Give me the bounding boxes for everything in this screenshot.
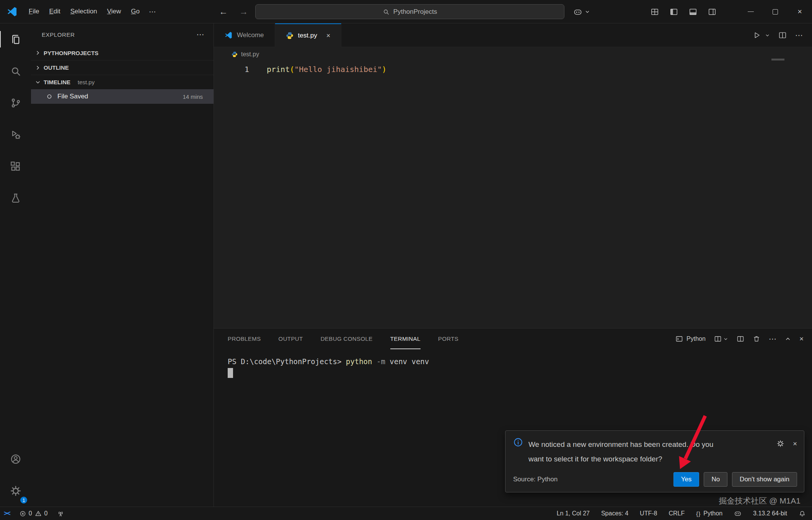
back-arrow-icon[interactable]: ←	[219, 7, 228, 17]
sidebar-more-actions-icon[interactable]: ⋯	[196, 30, 204, 39]
breadcrumb[interactable]: test.py	[214, 47, 812, 62]
run-dropdown-chevron-icon[interactable]	[765, 33, 770, 38]
close-icon: ×	[797, 7, 802, 16]
close-window-button[interactable]: ×	[788, 0, 812, 23]
activity-extensions-button[interactable]	[0, 150, 31, 182]
editor-more-actions-icon[interactable]: ⋯	[795, 31, 803, 40]
panel-header: PROBLEMS OUTPUT DEBUG CONSOLE TERMINAL P…	[214, 329, 812, 349]
chevron-right-icon	[35, 65, 41, 71]
tab-label: Welcome	[237, 31, 264, 39]
account-icon	[10, 453, 21, 465]
section-outline[interactable]: OUTLINE	[31, 60, 214, 75]
tab-label: test.py	[298, 32, 317, 39]
copilot-status-icon[interactable]	[734, 510, 742, 517]
activity-explorer-button[interactable]	[0, 23, 31, 55]
panel-tab-terminal[interactable]: TERMINAL	[390, 329, 421, 349]
menu-bar: File Edit Selection View Go ⋯	[24, 5, 160, 19]
activity-bar: 1	[0, 23, 31, 507]
error-icon	[20, 510, 26, 517]
terminal-instance-item[interactable]: Python	[675, 335, 706, 343]
menu-edit[interactable]: Edit	[44, 5, 65, 18]
sidebar-header: EXPLORER ⋯	[31, 23, 214, 46]
activity-search-button[interactable]	[0, 55, 31, 87]
settings-badge: 1	[20, 496, 28, 504]
panel-tab-problems[interactable]: PROBLEMS	[228, 329, 261, 349]
toggle-primary-sidebar-icon[interactable]	[670, 8, 678, 16]
terminal-actions: Python ⋯ ×	[675, 334, 804, 343]
run-debug-icon	[10, 129, 21, 141]
command-center-search[interactable]: PythonProjects	[255, 4, 564, 19]
watermark-text: 掘金技术社区 @ M1A1	[719, 495, 801, 506]
menu-view[interactable]: View	[102, 5, 126, 18]
maximize-button[interactable]	[763, 0, 788, 23]
accounts-button[interactable]	[0, 443, 31, 475]
source-control-icon	[10, 97, 21, 109]
line-number: 1	[214, 64, 249, 75]
section-timeline[interactable]: TIMELINE test.py	[31, 75, 214, 89]
panel-tab-ports[interactable]: PORTS	[438, 329, 458, 349]
encoding-indicator[interactable]: UTF-8	[640, 510, 657, 517]
terminal-line: PS D:\code\PythonProjects> python -m ven…	[228, 356, 812, 367]
maximize-icon	[773, 9, 778, 15]
section-label: PYTHONPROJECTS	[44, 50, 98, 56]
editor-actions: ⋯	[753, 23, 812, 47]
forward-arrow-icon[interactable]: →	[239, 7, 248, 17]
menu-go[interactable]: Go	[126, 5, 145, 18]
split-terminal-icon[interactable]	[737, 335, 744, 343]
customize-layout-icon[interactable]	[651, 8, 659, 16]
maximize-panel-icon[interactable]	[785, 336, 791, 342]
code-editor[interactable]: 1 print("Hello jihaishibei")	[214, 62, 812, 75]
indentation-indicator[interactable]: Spaces: 4	[601, 510, 628, 517]
menu-file[interactable]: File	[24, 5, 44, 18]
activity-source-control-button[interactable]	[0, 87, 31, 119]
launch-profile-button[interactable]	[714, 335, 728, 343]
close-panel-icon[interactable]: ×	[799, 335, 804, 343]
menu-selection[interactable]: Selection	[65, 5, 102, 18]
eol-indicator[interactable]: CRLF	[669, 510, 685, 517]
python-version-indicator[interactable]: 3.13.2 64-bit	[753, 510, 787, 517]
timeline-entry-file-saved[interactable]: File Saved 14 mins	[31, 89, 214, 104]
activity-testing-button[interactable]	[0, 182, 31, 214]
notification-settings-icon[interactable]	[776, 440, 784, 448]
panel-more-actions-icon[interactable]: ⋯	[769, 334, 776, 343]
split-editor-icon[interactable]	[778, 31, 787, 39]
tab-welcome[interactable]: Welcome	[214, 23, 275, 47]
kill-terminal-icon[interactable]	[753, 335, 760, 343]
line-col-indicator[interactable]: Ln 1, Col 27	[557, 510, 590, 517]
notifications-bell-icon[interactable]	[799, 510, 806, 517]
activity-run-debug-button[interactable]	[0, 119, 31, 150]
dont-show-again-button[interactable]: Don't show again	[732, 472, 797, 487]
warning-icon	[35, 510, 42, 517]
gear-icon	[10, 485, 21, 497]
search-icon	[10, 65, 21, 77]
vscode-icon	[225, 31, 232, 39]
status-bar: >< 0 0 Ln 1, Col 27 Spaces: 4 UTF-8 CRLF…	[0, 507, 812, 520]
yes-button[interactable]: Yes	[673, 472, 699, 487]
run-file-icon[interactable]	[753, 31, 761, 39]
terminal-output[interactable]: PS D:\code\PythonProjects> python -m ven…	[214, 349, 812, 378]
settings-button[interactable]: 1	[0, 475, 31, 507]
copilot-button[interactable]	[573, 0, 590, 23]
code-line: 1 print("Hello jihaishibei")	[214, 64, 812, 75]
panel-tab-output[interactable]: OUTPUT	[279, 329, 303, 349]
breadcrumb-item: test.py	[241, 51, 259, 58]
no-button[interactable]: No	[704, 472, 727, 487]
ports-icon[interactable]	[57, 510, 64, 517]
menu-more-icon[interactable]: ⋯	[145, 5, 160, 19]
minimize-button[interactable]	[739, 0, 763, 23]
chevron-down-icon	[35, 79, 41, 85]
remote-indicator[interactable]: ><	[4, 510, 10, 517]
toggle-panel-icon[interactable]	[689, 8, 697, 16]
problems-indicator[interactable]: 0 0	[20, 510, 48, 517]
notification-close-icon[interactable]: ×	[793, 440, 797, 448]
language-indicator[interactable]: {} Python	[696, 510, 722, 517]
section-pythonprojects[interactable]: PYTHONPROJECTS	[31, 46, 214, 60]
python-icon	[232, 51, 238, 57]
section-label: TIMELINE	[44, 79, 70, 85]
timeline-dot-icon	[46, 93, 52, 100]
toggle-secondary-sidebar-icon[interactable]	[708, 8, 716, 16]
close-tab-icon[interactable]: ×	[326, 32, 331, 40]
sidebar-title: EXPLORER	[42, 31, 75, 38]
panel-tab-debug-console[interactable]: DEBUG CONSOLE	[321, 329, 373, 349]
tab-testpy[interactable]: test.py ×	[275, 23, 342, 47]
